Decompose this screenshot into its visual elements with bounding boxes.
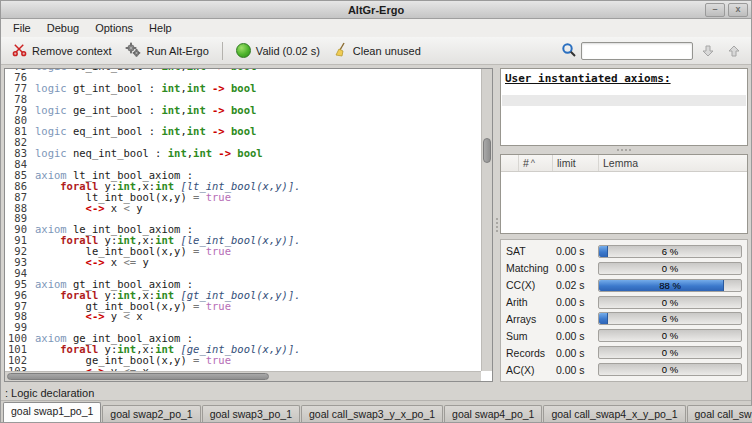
line-content: <-> y < x	[31, 311, 143, 322]
code-line[interactable]: 83logic neq_int_bool : int,int -> bool	[5, 148, 481, 159]
line-content: logic gt_int_bool : int,int -> bool	[31, 83, 256, 94]
minimize-button[interactable]: –	[705, 3, 725, 17]
stat-percent-label: 0 %	[599, 263, 741, 274]
search-input[interactable]	[581, 42, 693, 60]
remove-context-button[interactable]: Remove context	[7, 39, 116, 62]
find-next-button[interactable]	[697, 41, 719, 61]
stat-row-records: Records0.00 s0 %	[506, 345, 742, 361]
remove-context-label: Remove context	[32, 45, 111, 57]
toolbar: Remove context Run Alt-Ergo Valid (0.02 …	[1, 37, 751, 65]
stat-time: 0.00 s	[556, 347, 598, 359]
line-number: 87	[5, 192, 31, 203]
code-line[interactable]: 81logic eq_int_bool : int,int -> bool	[5, 126, 481, 137]
stat-progress-bar: 0 %	[598, 363, 742, 376]
stat-row-arith: Arith0.00 s0 %	[506, 294, 742, 310]
axioms-table-splitter[interactable]	[500, 146, 748, 154]
vertical-scrollbar-thumb[interactable]	[483, 138, 491, 163]
stat-row-matching: Matching0.00 s0 %	[506, 260, 742, 276]
statistics-panel: SAT0.00 s6 %Matching0.00 s0 %CC(X)0.02 s…	[500, 239, 748, 382]
stat-row-sum: Sum0.00 s0 %	[506, 328, 742, 344]
stat-percent-label: 88 %	[599, 280, 741, 291]
tab-goal-swap3_po_1[interactable]: goal swap3_po_1	[202, 405, 300, 422]
valid-status-icon	[236, 43, 251, 58]
stat-time: 0.00 s	[556, 262, 598, 274]
right-panel: User instantiated axioms: # ^ limit	[500, 68, 748, 382]
gears-icon	[125, 42, 141, 60]
run-alt-ergo-label: Run Alt-Ergo	[146, 45, 208, 57]
goal-tab-bar: goal swap1_po_1goal swap2_po_1goal swap3…	[1, 400, 751, 422]
stat-progress-bar: 0 %	[598, 262, 742, 275]
code-line[interactable]: 88 <-> x < y	[5, 203, 481, 214]
stat-progress-bar: 6 %	[598, 312, 742, 325]
tab-goal-call_swap4_x_y_po_1[interactable]: goal call_swap4_x_y_po_1	[543, 405, 685, 422]
clean-unused-label: Clean unused	[353, 45, 421, 57]
user-instantiated-axioms-panel[interactable]: User instantiated axioms:	[500, 68, 748, 146]
stat-time: 0.02 s	[556, 279, 598, 291]
code-line[interactable]: 79logic ge_int_bool : int,int -> bool	[5, 105, 481, 116]
valid-status-label: Valid (0.02 s)	[256, 45, 320, 57]
broom-icon	[334, 42, 348, 59]
toolbar-separator	[222, 42, 223, 60]
menu-options[interactable]: Options	[87, 20, 141, 36]
stat-label: Arrays	[506, 313, 556, 325]
axioms-panel-title: User instantiated axioms:	[505, 72, 743, 85]
stat-progress-bar: 88 %	[598, 279, 742, 292]
tab-goal-call_swap4_y_x_po_1[interactable]: goal call_swap4_y_x_po_1	[687, 405, 752, 422]
stat-time: 0.00 s	[556, 330, 598, 342]
clean-unused-button[interactable]: Clean unused	[329, 39, 426, 62]
main-area: 75logic lt_int_bool : int,int -> bool767…	[1, 65, 751, 385]
stat-label: SAT	[506, 245, 556, 257]
menu-help[interactable]: Help	[141, 20, 180, 36]
code-editor[interactable]: 75logic lt_int_bool : int,int -> bool767…	[4, 68, 493, 382]
stat-percent-label: 6 %	[599, 246, 741, 257]
window-title: AltGr-Ergo	[1, 4, 751, 16]
stat-percent-label: 0 %	[599, 364, 741, 375]
tab-goal-swap1_po_1[interactable]: goal swap1_po_1	[3, 402, 101, 422]
splitter-grip-icon	[617, 149, 631, 151]
sort-ascending-icon: ^	[531, 158, 535, 168]
stat-row-acx: AC(X)0.00 s0 %	[506, 362, 742, 378]
lemma-col-number[interactable]: # ^	[519, 155, 553, 171]
stat-label: Arith	[506, 296, 556, 308]
tab-goal-call_swap3_y_x_po_1[interactable]: goal call_swap3_y_x_po_1	[301, 405, 443, 422]
line-content: logic ge_int_bool : int,int -> bool	[31, 105, 256, 116]
stat-time: 0.00 s	[556, 364, 598, 376]
line-content: logic eq_int_bool : int,int -> bool	[31, 126, 256, 137]
lemma-col-blank[interactable]	[501, 155, 519, 171]
menu-file[interactable]: File	[5, 20, 39, 36]
line-content: logic lt_int_bool : int,int -> bool	[31, 69, 256, 72]
menu-debug[interactable]: Debug	[39, 20, 87, 36]
stat-percent-label: 6 %	[599, 313, 741, 324]
tab-goal-swap2_po_1[interactable]: goal swap2_po_1	[102, 405, 200, 422]
code-line[interactable]: 98 <-> y < x	[5, 311, 481, 322]
scissors-icon	[12, 42, 27, 59]
run-alt-ergo-button[interactable]: Run Alt-Ergo	[120, 39, 213, 63]
code-line[interactable]: 93 <-> x <= y	[5, 257, 481, 268]
line-content: logic neq_int_bool : int,int -> bool	[31, 148, 263, 159]
code-viewport[interactable]: 75logic lt_int_bool : int,int -> bool767…	[5, 69, 481, 371]
lemma-col-lemma[interactable]: Lemma	[599, 155, 747, 171]
stat-label: AC(X)	[506, 364, 556, 376]
horizontal-scrollbar-thumb[interactable]	[7, 373, 269, 380]
close-button[interactable]: x	[728, 3, 748, 17]
stat-label: Matching	[506, 262, 556, 274]
tab-goal-swap4_po_1[interactable]: goal swap4_po_1	[444, 405, 542, 422]
valid-status-button[interactable]: Valid (0.02 s)	[231, 40, 325, 61]
axioms-selected-row[interactable]	[502, 95, 746, 106]
stat-percent-label: 0 %	[599, 347, 741, 358]
find-previous-button[interactable]	[723, 41, 745, 61]
stat-time: 0.00 s	[556, 296, 598, 308]
title-bar: AltGr-Ergo – x	[1, 1, 751, 19]
horizontal-scrollbar[interactable]	[5, 371, 481, 381]
panel-splitter[interactable]	[493, 68, 500, 382]
stat-row-ccx: CC(X)0.02 s88 %	[506, 277, 742, 293]
stat-label: Sum	[506, 330, 556, 342]
stat-percent-label: 0 %	[599, 330, 741, 341]
lemma-table[interactable]: # ^ limit Lemma	[500, 154, 748, 234]
vertical-scrollbar[interactable]	[481, 69, 492, 371]
stat-row-arrays: Arrays0.00 s6 %	[506, 311, 742, 327]
code-line[interactable]: 77logic gt_int_bool : int,int -> bool	[5, 83, 481, 94]
stat-progress-bar: 0 %	[598, 329, 742, 342]
stat-percent-label: 0 %	[599, 297, 741, 308]
lemma-col-limit[interactable]: limit	[553, 155, 599, 171]
